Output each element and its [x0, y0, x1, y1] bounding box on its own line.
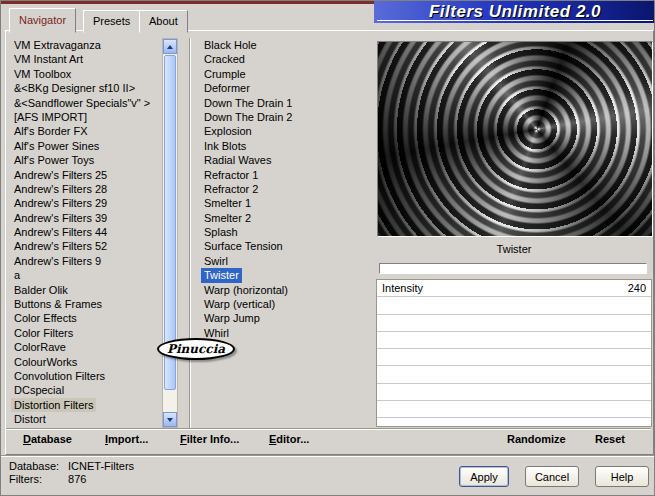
list-item[interactable]: Andrew's Filters 52 [11, 239, 110, 253]
list-item[interactable]: Color Effects [11, 311, 80, 325]
tab-presets[interactable]: Presets [83, 10, 140, 33]
status-filters: Filters: 876 [9, 473, 86, 485]
app-banner: Filters Unlimited 2.0 [374, 1, 655, 23]
status-filters-value: 876 [68, 473, 86, 485]
list-item[interactable]: DCspecial [11, 383, 67, 397]
param-row-empty [377, 349, 651, 366]
param-row-intensity[interactable]: Intensity 240 [377, 280, 651, 297]
editor-button[interactable]: Editor... [269, 432, 309, 447]
list-item[interactable]: Andrew's Filters 39 [11, 211, 110, 225]
list-item[interactable]: Refractor 1 [201, 168, 261, 182]
category-scrollbar[interactable] [162, 38, 178, 428]
status-filters-label: Filters: [9, 473, 65, 485]
list-item[interactable]: Warp (vertical) [201, 297, 278, 311]
list-item[interactable]: Smelter 2 [201, 211, 254, 225]
list-item[interactable]: Alf's Power Toys [11, 153, 97, 167]
toolbar-separator [6, 428, 651, 430]
list-item[interactable]: Distort [11, 412, 49, 426]
cancel-button[interactable]: Cancel [525, 466, 579, 487]
list-item[interactable]: a [11, 268, 23, 282]
list-divider [189, 38, 191, 428]
list-item[interactable]: &<BKg Designer sf10 II> [11, 81, 138, 95]
param-row-empty [377, 297, 651, 314]
list-item[interactable]: Andrew's Filters 9 [11, 254, 104, 268]
apply-button[interactable]: Apply [459, 466, 509, 487]
list-item[interactable]: Down The Drain 2 [201, 110, 295, 124]
import-button[interactable]: Import... [105, 432, 148, 447]
list-item[interactable]: Distortion Filters [11, 398, 96, 412]
list-item[interactable]: ColourWorks [11, 355, 80, 369]
list-item[interactable]: Andrew's Filters 25 [11, 168, 110, 182]
scrollbar-down-icon[interactable] [163, 412, 177, 427]
list-item[interactable]: Andrew's Filters 29 [11, 196, 110, 210]
list-item[interactable]: Down The Drain 1 [201, 96, 295, 110]
param-row-empty [377, 315, 651, 332]
tab-navigator[interactable]: Navigator [9, 8, 76, 33]
list-item[interactable]: VM Toolbox [11, 67, 74, 81]
param-row-empty [377, 366, 651, 383]
list-item[interactable]: [AFS IMPORT] [11, 110, 90, 124]
preview-pane [377, 41, 653, 237]
status-database-label: Database: [9, 460, 65, 472]
list-item[interactable]: VM Instant Art [11, 52, 86, 66]
list-item[interactable]: Buttons & Frames [11, 297, 105, 311]
list-item[interactable]: Twister [201, 268, 242, 282]
param-rows: Intensity 240 [376, 279, 652, 427]
status-database-value: ICNET-Filters [68, 460, 134, 472]
list-item[interactable]: Deformer [201, 81, 253, 95]
preview-image [378, 42, 652, 236]
list-item[interactable]: Smelter 1 [201, 196, 254, 210]
list-item[interactable]: Color Filters [11, 326, 76, 340]
param-row-empty [377, 384, 651, 401]
list-item[interactable]: Warp Jump [201, 311, 263, 325]
list-item[interactable]: Warp (horizontal) [201, 283, 291, 297]
list-item[interactable]: Alf's Border FX [11, 124, 91, 138]
param-row-empty [377, 332, 651, 349]
list-item[interactable]: Black Hole [201, 38, 260, 52]
tab-about[interactable]: About [139, 10, 188, 33]
status-separator [1, 455, 655, 457]
randomize-button[interactable]: Randomize [507, 432, 566, 447]
filter-info-button[interactable]: Filter Info... [180, 432, 239, 447]
status-database: Database: ICNET-Filters [9, 460, 134, 472]
preview-progress-bar [379, 263, 647, 274]
filters-unlimited-window: Filters Unlimited 2.0 Navigator Presets … [0, 0, 655, 496]
list-item[interactable]: Balder Olik [11, 283, 71, 297]
param-row-empty [377, 401, 651, 418]
watermark-badge: Pinuccia [157, 338, 235, 360]
database-button[interactable]: Database [23, 432, 72, 447]
list-item[interactable]: Andrew's Filters 28 [11, 182, 110, 196]
filter-list: Black HoleCrackedCrumpleDeformerDown The… [201, 38, 369, 428]
list-item[interactable]: Radial Waves [201, 153, 274, 167]
list-item[interactable]: &<Sandflower Specials"v" > [11, 96, 153, 110]
app-title: Filters Unlimited 2.0 [429, 2, 601, 22]
list-item[interactable]: VM Extravaganza [11, 38, 104, 52]
reset-button[interactable]: Reset [595, 432, 625, 447]
list-item[interactable]: Splash [201, 225, 241, 239]
list-item[interactable]: Convolution Filters [11, 369, 108, 383]
param-label: Intensity [382, 282, 423, 294]
list-item[interactable]: Ink Blots [201, 139, 249, 153]
preview-caption: Twister [377, 242, 651, 257]
category-list: VM ExtravaganzaVM Instant ArtVM Toolbox&… [11, 38, 159, 428]
list-item[interactable]: Explosion [201, 124, 255, 138]
list-item[interactable]: Crumple [201, 67, 249, 81]
list-item[interactable]: Swirl [201, 254, 231, 268]
param-value: 240 [628, 282, 646, 294]
list-item[interactable]: Cracked [201, 52, 248, 66]
list-item[interactable]: Andrew's Filters 44 [11, 225, 110, 239]
list-item[interactable]: Refractor 2 [201, 182, 261, 196]
help-button[interactable]: Help [595, 466, 649, 487]
list-item[interactable]: Surface Tension [201, 239, 286, 253]
scrollbar-up-icon[interactable] [163, 39, 177, 54]
list-item[interactable]: Alf's Power Sines [11, 139, 102, 153]
list-item[interactable]: ColorRave [11, 340, 69, 354]
